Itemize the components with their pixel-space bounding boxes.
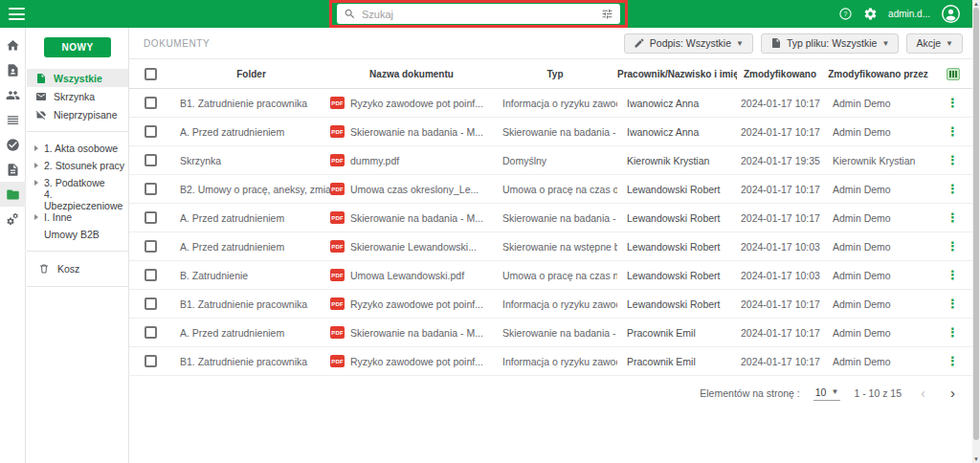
table-row[interactable]: B2. Umowy o pracę, aneksy, zmiany PDF Um… <box>129 175 972 204</box>
search-box[interactable] <box>337 4 620 24</box>
cell-document-name[interactable]: PDF Skierowanie na badania - M... <box>330 211 493 224</box>
cell-employee: Lewandowski Robert <box>617 184 737 195</box>
top-bar: ? admin.d... <box>0 0 972 28</box>
rail-item-documents[interactable] <box>0 157 26 182</box>
row-checkbox[interactable] <box>145 240 157 253</box>
scroll-down-arrow-icon[interactable]: ▼ <box>972 455 980 463</box>
cell-document-name[interactable]: PDF Skierowanie na badania - M... <box>330 326 493 339</box>
rail-item-tasks[interactable] <box>0 132 26 157</box>
row-menu-button[interactable]: ⋮ <box>947 240 959 253</box>
document-name-text: Ryzyko zawodowe pot poinf... <box>350 98 483 109</box>
tune-filter-icon[interactable] <box>601 8 613 20</box>
row-menu-button[interactable]: ⋮ <box>947 125 959 138</box>
table-row[interactable]: A. Przed zatrudnieniem PDF Skierowanie n… <box>129 204 972 232</box>
rail-item-settings[interactable] <box>0 207 26 232</box>
column-header-document-name[interactable]: Nazwa dokumentu <box>330 69 493 79</box>
home-icon <box>6 38 20 53</box>
cell-employee: Iwanowicz Anna <box>617 98 737 109</box>
row-checkbox[interactable] <box>145 355 157 367</box>
sidebar-item-all[interactable]: Wszystkie <box>27 69 128 87</box>
rail-item-employees[interactable] <box>0 82 26 107</box>
account-name[interactable]: admin.d... <box>888 9 930 19</box>
file-type-filter-button[interactable]: Typ pliku: Wszystkie ▼ <box>761 33 899 54</box>
tree-item-ubezpieczeniowe[interactable]: 4. Ubezpieczeniowe <box>27 191 128 209</box>
table-row[interactable]: A. Przed zatrudnieniem PDF Skierowanie L… <box>129 232 972 261</box>
row-menu-button[interactable]: ⋮ <box>947 269 959 281</box>
cell-document-name[interactable]: PDF Ryzyko zawodowe pot poinf... <box>330 298 493 310</box>
table-row[interactable]: B1. Zatrudnienie pracownika PDF Ryzyko z… <box>129 347 972 376</box>
cell-document-name[interactable]: PDF dummy.pdf <box>330 154 493 166</box>
cell-type: Informacja o ryzyku zawod... <box>493 298 617 310</box>
row-checkbox[interactable] <box>145 326 157 339</box>
table-row[interactable]: Skrzynka PDF dummy.pdf Domyślny Kierowni… <box>129 146 972 175</box>
row-menu-button[interactable]: ⋮ <box>947 97 959 109</box>
tree-item-umowy-b2b[interactable]: Umowy B2B <box>27 226 128 243</box>
sidebar-item-inbox[interactable]: Skrzynka <box>27 87 128 105</box>
scrollbar-thumb[interactable] <box>973 8 979 440</box>
actions-button[interactable]: Akcje ▼ <box>906 33 963 54</box>
row-checkbox[interactable] <box>145 154 157 166</box>
tree-item-akta-osobowe[interactable]: 1. Akta osobowe <box>27 140 128 157</box>
column-header-type[interactable]: Typ <box>493 69 617 79</box>
cell-modified-by: Admin Demo <box>823 270 933 281</box>
rail-item-home[interactable] <box>0 33 26 57</box>
row-menu-button[interactable]: ⋮ <box>947 183 959 195</box>
row-checkbox[interactable] <box>145 125 157 138</box>
table-row[interactable]: B1. Zatrudnienie pracownika PDF Ryzyko z… <box>129 89 972 118</box>
cell-document-name[interactable]: PDF Ryzyko zawodowe pot poinf... <box>330 97 493 109</box>
row-checkbox[interactable] <box>145 269 157 281</box>
table-row[interactable]: B1. Zatrudnienie pracownika PDF Ryzyko z… <box>129 290 972 319</box>
help-icon[interactable]: ? <box>838 7 853 21</box>
cell-document-name[interactable]: PDF Skierowanie na badania - M... <box>330 125 493 138</box>
cell-employee: Lewandowski Robert <box>617 241 737 253</box>
navigation-rail <box>0 28 26 463</box>
column-header-folder[interactable]: Folder <box>172 69 330 79</box>
search-input[interactable] <box>362 9 595 20</box>
column-header-modified-by[interactable]: Zmodyfikowano przez <box>823 69 933 79</box>
tree-item-stosunek-pracy[interactable]: 2. Stosunek pracy <box>27 157 128 174</box>
cell-employee: Lewandowski Robert <box>617 298 737 310</box>
select-all-checkbox[interactable] <box>145 68 157 80</box>
rail-item-lists[interactable] <box>0 107 26 132</box>
cell-modified: 2024-01-17 10:17 <box>737 212 823 224</box>
next-page-button[interactable]: › <box>950 386 955 400</box>
inbox-envelope-icon <box>35 91 47 102</box>
row-checkbox[interactable] <box>145 97 157 109</box>
row-menu-button[interactable]: ⋮ <box>947 355 959 367</box>
rail-item-folders[interactable] <box>0 182 26 207</box>
rail-item-employee-files[interactable] <box>0 57 26 82</box>
cell-modified: 2024-01-17 10:03 <box>737 270 823 281</box>
scroll-up-arrow-icon[interactable]: ▲ <box>972 0 980 8</box>
signature-filter-button[interactable]: Podpis: Wszystkie ▼ <box>624 33 753 54</box>
table-row[interactable]: A. Przed zatrudnieniem PDF Skierowanie n… <box>129 319 972 347</box>
avatar[interactable] <box>941 4 961 24</box>
main-content: DOKUMENTY Podpis: Wszystkie ▼ Typ pliku:… <box>129 28 972 463</box>
table-row[interactable]: B. Zatrudnienie PDF Umowa Lewandowski.pd… <box>129 261 972 290</box>
sidebar-item-trash[interactable]: Kosz <box>27 259 128 278</box>
signature-pen-icon <box>634 37 645 49</box>
table-row[interactable]: A. Przed zatrudnieniem PDF Skierowanie n… <box>129 118 972 146</box>
row-menu-button[interactable]: ⋮ <box>947 326 959 339</box>
row-checkbox[interactable] <box>145 298 157 310</box>
row-menu-button[interactable]: ⋮ <box>947 154 959 166</box>
columns-settings-icon[interactable] <box>947 68 960 80</box>
sidebar-item-unassigned[interactable]: Nieprzypisane <box>27 105 128 123</box>
row-menu-button[interactable]: ⋮ <box>947 211 959 224</box>
cell-document-name[interactable]: PDF Umowa Lewandowski.pdf <box>330 269 493 281</box>
cell-document-name[interactable]: PDF Ryzyko zawodowe pot poinf... <box>330 355 493 367</box>
items-per-page-select[interactable]: 10▼ <box>813 386 841 401</box>
vertical-scrollbar[interactable]: ▲ ▼ <box>972 0 980 463</box>
row-menu-button[interactable]: ⋮ <box>947 298 959 310</box>
previous-page-button[interactable]: ‹ <box>921 386 925 400</box>
hamburger-menu-icon[interactable] <box>9 8 25 20</box>
cell-document-name[interactable]: PDF Umowa czas okreslony_Le... <box>330 183 493 195</box>
column-header-employee[interactable]: Pracownik/Nazwisko i imię ↑ <box>617 69 737 79</box>
row-checkbox[interactable] <box>145 211 157 224</box>
cell-document-name[interactable]: PDF Skierowanie Lewandowski... <box>330 240 493 253</box>
column-header-modified[interactable]: Zmodyfikowano <box>737 69 823 79</box>
cell-modified-by: Admin Demo <box>823 212 933 224</box>
document-name-text: Skierowanie na badania - M... <box>350 126 483 138</box>
new-button[interactable]: NOWY <box>44 37 111 57</box>
row-checkbox[interactable] <box>145 183 157 195</box>
settings-gear-icon[interactable] <box>863 7 878 21</box>
